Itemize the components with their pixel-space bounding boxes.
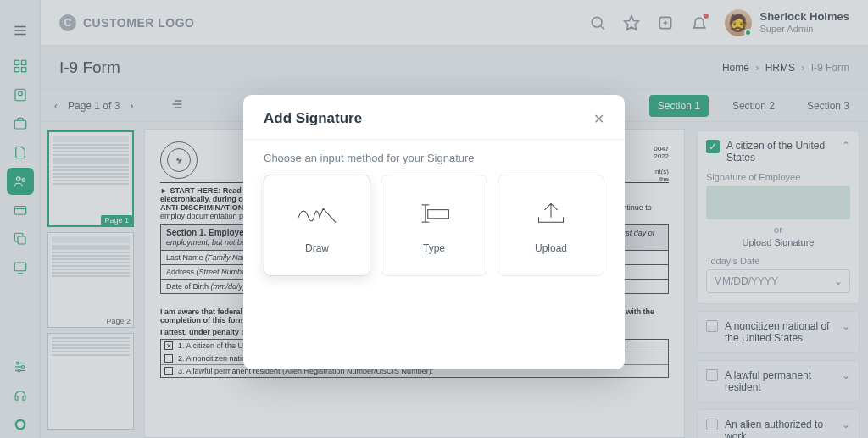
close-icon[interactable]: ✕ (593, 111, 604, 127)
svg-rect-36 (428, 210, 449, 219)
draw-icon (292, 197, 342, 230)
modal-title: Add Signature (264, 110, 362, 127)
modal-backdrop[interactable]: Add Signature ✕ Choose an input method f… (0, 0, 868, 438)
type-icon (409, 197, 459, 230)
method-draw[interactable]: Draw (264, 175, 370, 276)
upload-icon (526, 197, 576, 230)
method-type[interactable]: Type (381, 175, 487, 276)
add-signature-modal: Add Signature ✕ Choose an input method f… (243, 95, 625, 369)
modal-subtitle: Choose an input method for your Signatur… (243, 140, 625, 175)
method-upload[interactable]: Upload (498, 175, 604, 276)
